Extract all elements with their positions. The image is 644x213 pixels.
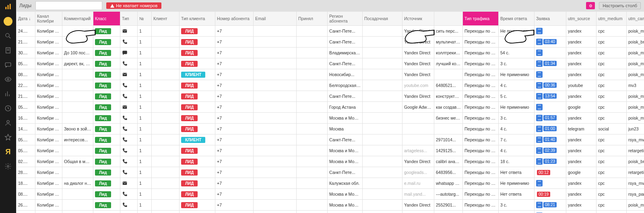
table-row[interactable]: 14....Колибри динами...Звоно в зойпер,с … — [17, 124, 644, 134]
request-doc-icon[interactable] — [536, 39, 543, 45]
logo-circle-icon[interactable] — [4, 17, 12, 26]
request-doc-icon[interactable] — [536, 147, 543, 154]
request-doc-icon[interactable] — [536, 71, 543, 78]
table-row[interactable]: 30....Колибри динами...До 100 посетител.… — [17, 48, 644, 58]
column-header[interactable]: Посадочная — [363, 12, 402, 26]
table-row[interactable]: 18....Колибри динами...на диалог не идёт… — [17, 178, 644, 189]
table-row[interactable]: 05....Колибри динами...Лид1ЛИД+7Город Ас… — [17, 102, 644, 113]
class-badge[interactable]: Лид — [95, 191, 111, 197]
cell — [363, 102, 402, 113]
search-input[interactable] — [35, 1, 102, 10]
request-doc-icon[interactable] — [536, 202, 543, 208]
class-badge[interactable]: Лид — [95, 115, 111, 121]
column-header[interactable]: utm_campaign — [627, 12, 644, 26]
table-row[interactable]: 05....Колибри динами...интересов...Лид1К… — [17, 134, 644, 145]
class-badge[interactable]: Лид — [95, 126, 111, 132]
cell: Нет ответа — [499, 167, 535, 178]
class-badge[interactable]: Лид — [95, 61, 111, 67]
column-header[interactable]: Комментарий — [62, 12, 93, 26]
column-header[interactable]: Принял — [297, 12, 328, 26]
cell — [363, 189, 402, 200]
column-header[interactable]: utm_source — [566, 12, 597, 26]
chat-icon[interactable] — [4, 60, 12, 69]
cell — [152, 37, 180, 48]
cell — [297, 113, 328, 124]
column-header[interactable]: Тип клиента — [180, 12, 215, 26]
request-doc-icon[interactable] — [536, 180, 543, 186]
column-header[interactable]: Номер абонента — [215, 12, 254, 26]
class-badge[interactable]: Лид — [95, 93, 111, 99]
cell: Yandex Direct — [402, 69, 434, 80]
cell — [62, 37, 93, 48]
cell: Переходы по рекламе — [463, 58, 499, 69]
table-row[interactable]: 24....Колибри динами...Лид1ЛИД+7Санкт-Пе… — [17, 26, 644, 37]
cell — [120, 189, 138, 200]
configure-columns-button[interactable]: Настроить столб — [599, 2, 641, 9]
class-badge[interactable]: Лид — [95, 170, 111, 176]
column-header[interactable]: Время ответа — [499, 12, 535, 26]
cell: Город Астана — [328, 102, 363, 113]
cell: 4 с. — [499, 124, 535, 134]
alert-banner[interactable]: Не хватает номеров — [106, 2, 161, 9]
document-icon[interactable] — [4, 46, 12, 55]
eye-icon[interactable] — [4, 75, 12, 84]
table-row[interactable]: 02....Колибри динами...Общая в месяц 150… — [17, 156, 644, 167]
column-header[interactable] — [434, 12, 463, 26]
request-doc-icon[interactable] — [536, 50, 543, 56]
column-header[interactable]: Тип трафика — [463, 12, 499, 26]
class-badge[interactable]: Лид — [95, 202, 111, 208]
request-doc-icon[interactable] — [536, 158, 543, 165]
class-badge[interactable]: Лид — [95, 159, 111, 165]
column-header[interactable]: Регион абонента — [328, 12, 363, 26]
column-header[interactable]: Email — [254, 12, 297, 26]
column-header[interactable]: Дата ↓ — [17, 12, 35, 26]
column-header[interactable]: Тип — [120, 12, 138, 26]
request-doc-icon[interactable] — [536, 60, 543, 67]
request-doc-icon[interactable] — [536, 115, 543, 121]
gear-icon[interactable] — [4, 162, 12, 171]
yandex-icon[interactable]: Я — [4, 147, 12, 156]
class-badge[interactable]: Лид — [95, 50, 111, 56]
table-row[interactable]: 16....Колибри динами...Лид1ЛИД+7Москва и… — [17, 113, 644, 124]
table-row[interactable]: 28....Колибри динами...Лид1ЛИД+7Санкт-Пе… — [17, 167, 644, 178]
column-header[interactable]: Клиент — [152, 12, 180, 26]
column-header[interactable]: Класс — [93, 12, 120, 26]
column-header[interactable]: utm_medium — [597, 12, 627, 26]
request-doc-icon[interactable] — [536, 82, 543, 89]
class-badge[interactable]: Лид — [95, 180, 111, 186]
table-row[interactable]: 05....Колибри динами...Лид1ЛИД+7Москва и… — [17, 145, 644, 156]
request-doc-icon[interactable] — [536, 104, 543, 110]
column-header[interactable]: Заявка — [535, 12, 566, 26]
class-badge[interactable]: Лид — [95, 39, 111, 45]
class-badge[interactable]: Лид — [95, 28, 111, 34]
table-row[interactable]: 08....Колибри динами...Лид1КЛИЕНТ+7Новос… — [17, 69, 644, 80]
table-row[interactable]: 24....Колибри динами...Задач нет конкрет… — [17, 211, 644, 213]
request-doc-icon[interactable] — [536, 28, 543, 34]
request-doc-icon[interactable] — [536, 136, 543, 143]
class-badge[interactable]: Лид — [95, 83, 111, 89]
clock-icon[interactable] — [4, 104, 12, 113]
table-row[interactable]: 22....Колибри динами...Лид1ЛИД+7Белгород… — [17, 80, 644, 91]
column-header[interactable]: № — [138, 12, 152, 26]
cell — [152, 69, 180, 80]
column-header[interactable]: Источник — [402, 12, 434, 26]
request-doc-icon[interactable] — [536, 93, 543, 99]
request-doc-icon[interactable] — [536, 126, 543, 132]
table-row[interactable]: 26....Колибри динами...Лид1ЛИД+7Москва и… — [17, 200, 644, 211]
filter-icon[interactable]: ⚙ — [586, 2, 595, 9]
class-badge[interactable]: Лид — [95, 72, 111, 78]
class-badge[interactable]: Лид — [95, 148, 111, 154]
search-icon[interactable] — [4, 31, 12, 40]
table-row[interactable]: 08....Колибри динами...Лид1ЛИД+7Москва и… — [17, 189, 644, 200]
star-icon[interactable] — [4, 133, 12, 142]
class-badge[interactable]: Лид — [95, 104, 111, 110]
table-row[interactable]: 21....Колибри динами...Лид1ЛИД+7Санкт-Пе… — [17, 91, 644, 102]
chart-icon[interactable] — [4, 89, 12, 98]
cell: ЛИД — [180, 211, 215, 213]
table-row[interactable]: 21....Колибри динами...Лид1ЛИД+7Санкт-Пе… — [17, 37, 644, 48]
stats-icon[interactable] — [4, 2, 12, 11]
column-header[interactable]: Канал Колибри — [35, 12, 62, 26]
table-row[interactable]: 05....Колибри динами...директ, вк, стати… — [17, 58, 644, 69]
user-icon[interactable] — [4, 118, 12, 127]
class-badge[interactable]: Лид — [95, 137, 111, 143]
